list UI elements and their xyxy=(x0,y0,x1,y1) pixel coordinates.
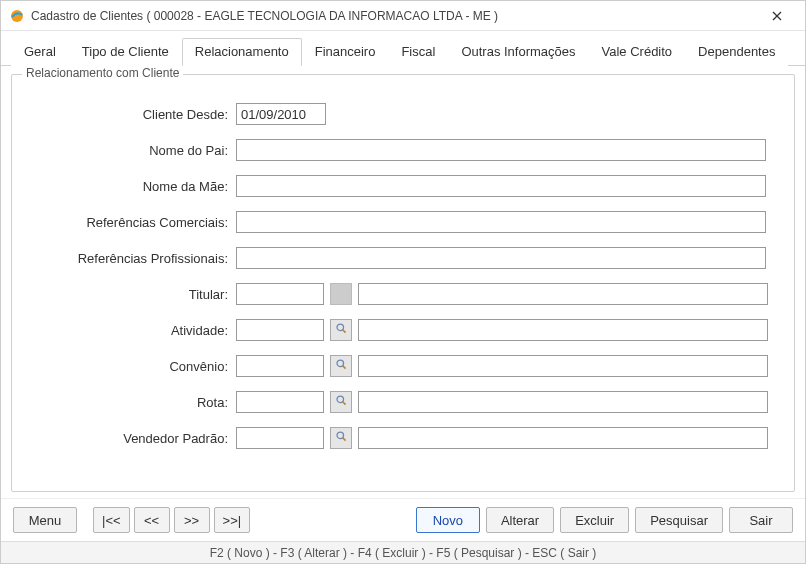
label-atividade: Atividade: xyxy=(26,323,236,338)
alterar-button[interactable]: Alterar xyxy=(486,507,554,533)
label-convenio: Convênio: xyxy=(26,359,236,374)
label-ref-comerciais: Referências Comerciais: xyxy=(26,215,236,230)
form: Cliente Desde: Nome do Pai: Nome da Mãe:… xyxy=(26,103,780,449)
tab-content: Relacionamento com Cliente Cliente Desde… xyxy=(1,66,805,498)
svg-point-7 xyxy=(337,396,344,403)
input-vendedor-padrao-desc[interactable] xyxy=(358,427,768,449)
titlebar: Cadastro de Clientes ( 000028 - EAGLE TE… xyxy=(1,1,805,31)
tab-financeiro[interactable]: Financeiro xyxy=(302,38,389,66)
svg-point-5 xyxy=(337,360,344,367)
row-nome-pai: Nome do Pai: xyxy=(26,139,780,161)
lookup-titular-button[interactable] xyxy=(330,283,352,305)
close-button[interactable] xyxy=(757,1,797,30)
nav-prev-button[interactable]: << xyxy=(134,507,170,533)
lookup-atividade-button[interactable] xyxy=(330,319,352,341)
label-rota: Rota: xyxy=(26,395,236,410)
tab-fiscal[interactable]: Fiscal xyxy=(388,38,448,66)
input-ref-profissionais[interactable] xyxy=(236,247,766,269)
tab-vale-credito[interactable]: Vale Crédito xyxy=(589,38,686,66)
input-convenio-code[interactable] xyxy=(236,355,324,377)
row-ref-comerciais: Referências Comerciais: xyxy=(26,211,780,233)
row-atividade: Atividade: xyxy=(26,319,780,341)
input-nome-pai[interactable] xyxy=(236,139,766,161)
tab-relacionamento[interactable]: Relacionamento xyxy=(182,38,302,66)
input-vendedor-padrao-code[interactable] xyxy=(236,427,324,449)
close-icon xyxy=(772,8,782,24)
row-nome-mae: Nome da Mãe: xyxy=(26,175,780,197)
tab-geral[interactable]: Geral xyxy=(11,38,69,66)
input-ref-comerciais[interactable] xyxy=(236,211,766,233)
row-convenio: Convênio: xyxy=(26,355,780,377)
magnifier-icon xyxy=(335,358,348,374)
input-titular-code[interactable] xyxy=(236,283,324,305)
svg-line-8 xyxy=(342,402,345,405)
lookup-vendedor-padrao-button[interactable] xyxy=(330,427,352,449)
tab-outras-informacoes[interactable]: Outras Informações xyxy=(448,38,588,66)
label-vendedor-padrao: Vendedor Padrão: xyxy=(26,431,236,446)
row-ref-profissionais: Referências Profissionais: xyxy=(26,247,780,269)
label-nome-mae: Nome da Mãe: xyxy=(26,179,236,194)
excluir-button[interactable]: Excluir xyxy=(560,507,629,533)
magnifier-icon xyxy=(335,430,348,446)
nav-last-button[interactable]: >>| xyxy=(214,507,251,533)
svg-point-9 xyxy=(337,432,344,439)
input-nome-mae[interactable] xyxy=(236,175,766,197)
label-titular: Titular: xyxy=(26,287,236,302)
row-cliente-desde: Cliente Desde: xyxy=(26,103,780,125)
row-vendedor-padrao: Vendedor Padrão: xyxy=(26,427,780,449)
input-convenio-desc[interactable] xyxy=(358,355,768,377)
input-rota-desc[interactable] xyxy=(358,391,768,413)
pesquisar-button[interactable]: Pesquisar xyxy=(635,507,723,533)
tab-tipo-de-cliente[interactable]: Tipo de Cliente xyxy=(69,38,182,66)
groupbox-relacionamento: Relacionamento com Cliente Cliente Desde… xyxy=(11,74,795,492)
input-atividade-desc[interactable] xyxy=(358,319,768,341)
window-title: Cadastro de Clientes ( 000028 - EAGLE TE… xyxy=(31,9,757,23)
sair-button[interactable]: Sair xyxy=(729,507,793,533)
magnifier-icon xyxy=(335,322,348,338)
svg-line-4 xyxy=(342,330,345,333)
svg-line-10 xyxy=(342,438,345,441)
nav-next-button[interactable]: >> xyxy=(174,507,210,533)
label-cliente-desde: Cliente Desde: xyxy=(26,107,236,122)
input-cliente-desde[interactable] xyxy=(236,103,326,125)
menu-button[interactable]: Menu xyxy=(13,507,77,533)
lookup-convenio-button[interactable] xyxy=(330,355,352,377)
tab-strip: Geral Tipo de Cliente Relacionamento Fin… xyxy=(1,31,805,66)
row-rota: Rota: xyxy=(26,391,780,413)
groupbox-title: Relacionamento com Cliente xyxy=(22,66,183,80)
input-titular-desc[interactable] xyxy=(358,283,768,305)
svg-point-3 xyxy=(337,324,344,331)
statusbar-text: F2 ( Novo ) - F3 ( Alterar ) - F4 ( Excl… xyxy=(210,546,597,560)
lookup-rota-button[interactable] xyxy=(330,391,352,413)
tab-dependentes[interactable]: Dependentes xyxy=(685,38,788,66)
label-nome-pai: Nome do Pai: xyxy=(26,143,236,158)
svg-line-6 xyxy=(342,366,345,369)
label-ref-profissionais: Referências Profissionais: xyxy=(26,251,236,266)
row-titular: Titular: xyxy=(26,283,780,305)
input-rota-code[interactable] xyxy=(236,391,324,413)
nav-group: |<< << >> >>| xyxy=(93,507,250,533)
statusbar: F2 ( Novo ) - F3 ( Alterar ) - F4 ( Excl… xyxy=(1,541,805,563)
app-icon xyxy=(9,8,25,24)
magnifier-icon xyxy=(335,394,348,410)
bottom-toolbar: Menu |<< << >> >>| Novo Alterar Excluir … xyxy=(1,498,805,541)
input-atividade-code[interactable] xyxy=(236,319,324,341)
nav-first-button[interactable]: |<< xyxy=(93,507,130,533)
novo-button[interactable]: Novo xyxy=(416,507,480,533)
